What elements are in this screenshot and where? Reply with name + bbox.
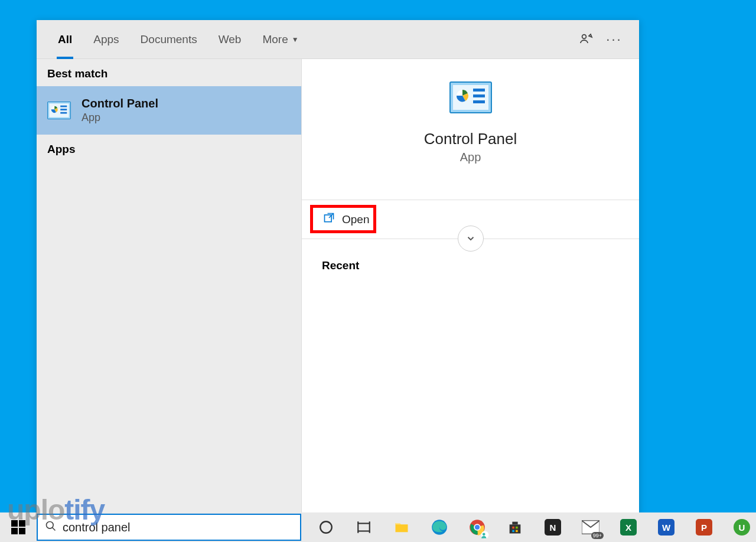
windows-logo-icon xyxy=(11,520,25,534)
results-pane: Best match Contro xyxy=(37,59,301,515)
chrome-icon[interactable] xyxy=(468,518,487,537)
tab-web[interactable]: Web xyxy=(208,21,252,58)
taskbar-icons: N 99+ X W P U xyxy=(317,518,751,537)
svg-point-0 xyxy=(582,34,586,38)
preview-title: Control Panel xyxy=(302,130,639,148)
powerpoint-icon[interactable]: P xyxy=(695,518,713,537)
file-explorer-icon[interactable] xyxy=(392,518,411,537)
more-caret-icon: ▼ xyxy=(292,35,299,44)
apps-section-label: Apps xyxy=(37,135,301,162)
open-button[interactable]: Open xyxy=(314,208,379,230)
word-icon[interactable]: W xyxy=(657,518,676,537)
preview-subtitle: App xyxy=(302,151,639,164)
result-text: Control Panel App xyxy=(82,97,158,124)
svg-rect-5 xyxy=(60,109,67,110)
feedback-icon[interactable] xyxy=(572,32,600,47)
microsoft-store-icon[interactable] xyxy=(506,518,524,537)
result-control-panel[interactable]: Control Panel App xyxy=(37,86,301,135)
task-view-icon[interactable] xyxy=(354,518,373,537)
svg-point-14 xyxy=(47,522,54,529)
tab-apps[interactable]: Apps xyxy=(83,21,129,58)
tab-all[interactable]: All xyxy=(47,21,83,58)
svg-rect-23 xyxy=(512,527,514,529)
result-title: Control Panel xyxy=(82,97,158,110)
tab-more[interactable]: More ▼ xyxy=(252,21,309,58)
svg-rect-24 xyxy=(516,527,518,529)
svg-point-20 xyxy=(475,525,480,530)
preview-actions: Open xyxy=(302,200,639,239)
tab-web-label: Web xyxy=(219,33,242,46)
expand-button[interactable] xyxy=(458,226,484,252)
preview-pane: Control Panel App Open xyxy=(301,59,639,515)
svg-rect-11 xyxy=(473,94,485,97)
control-panel-icon xyxy=(47,100,71,120)
svg-rect-26 xyxy=(516,530,518,533)
svg-rect-25 xyxy=(512,530,514,533)
taskbar-search-box[interactable] xyxy=(37,514,301,541)
tab-documents[interactable]: Documents xyxy=(130,21,208,58)
svg-rect-4 xyxy=(60,106,67,107)
edge-icon[interactable] xyxy=(430,518,449,537)
tab-documents-label: Documents xyxy=(141,33,197,46)
start-button[interactable] xyxy=(0,512,37,542)
best-match-label: Best match xyxy=(37,59,301,86)
cortana-icon[interactable] xyxy=(317,518,335,537)
open-icon xyxy=(323,212,335,227)
search-icon xyxy=(45,520,57,534)
svg-rect-6 xyxy=(60,112,67,114)
tab-apps-label: Apps xyxy=(93,33,119,46)
svg-point-22 xyxy=(483,533,485,536)
excel-icon[interactable]: X xyxy=(619,518,638,537)
notion-icon[interactable]: N xyxy=(543,518,562,537)
search-tabs-header: All Apps Documents Web More ▼ ··· xyxy=(37,20,639,59)
svg-rect-10 xyxy=(473,89,485,92)
utorrent-icon[interactable]: U xyxy=(732,518,751,537)
search-panel-body: Best match Contro xyxy=(37,59,639,515)
svg-rect-12 xyxy=(473,100,485,103)
svg-rect-16 xyxy=(358,524,370,531)
ellipsis-icon[interactable]: ··· xyxy=(600,32,628,47)
svg-point-15 xyxy=(320,521,332,533)
taskbar-search-input[interactable] xyxy=(63,521,293,534)
tab-more-label: More xyxy=(262,33,288,46)
tab-all-label: All xyxy=(58,33,72,46)
taskbar: N 99+ X W P U xyxy=(0,512,756,542)
mail-badge: 99+ xyxy=(591,532,604,539)
mail-icon[interactable]: 99+ xyxy=(581,518,600,537)
preview-control-panel-icon xyxy=(449,81,492,113)
windows-search-panel: All Apps Documents Web More ▼ ··· Best m… xyxy=(37,20,639,515)
open-label: Open xyxy=(342,213,369,226)
result-subtitle: App xyxy=(82,112,158,124)
